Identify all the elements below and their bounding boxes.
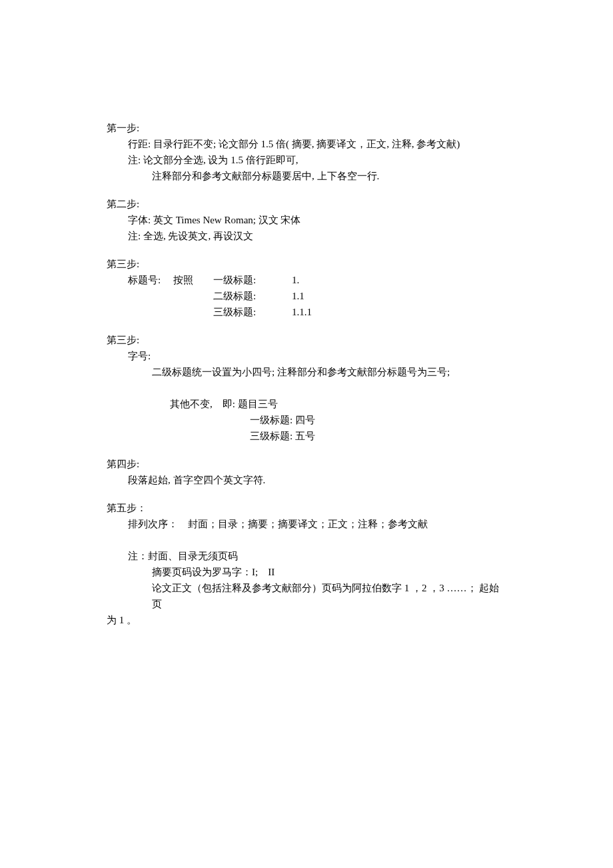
step2-heading: 第二步: (107, 196, 506, 212)
step3a-block: 第三步: 标题号: 按照 一级标题: 1. 二级标题: 1.1 三级标题: 1.… (107, 256, 506, 320)
step1-block: 第一步: 行距: 目录行距不变; 论文部分 1.5 倍( 摘要, 摘要译文，正文… (107, 120, 506, 184)
step1-line3: 注释部分和参考文献部分标题要居中, 上下各空一行. (107, 168, 506, 184)
step4-line1: 段落起始, 首字空四个英文字符. (107, 472, 506, 488)
step3a-row2a: 二级标题: (213, 288, 280, 304)
step3b-heading: 第三步: (107, 332, 506, 348)
step2-block: 第二步: 字体: 英文 Times New Roman; 汉文 宋体 注: 全选… (107, 196, 506, 244)
step1-line1: 行距: 目录行距不变; 论文部分 1.5 倍( 摘要, 摘要译文，正文, 注释,… (107, 136, 506, 152)
step3a-row2: 二级标题: 1.1 (107, 288, 506, 304)
step2-line1: 字体: 英文 Times New Roman; 汉文 宋体 (107, 212, 506, 228)
step5-line4: 论文正文（包括注释及参考文献部分）页码为阿拉伯数字 1 ，2 ，3 ……； 起始… (107, 580, 506, 612)
step3b-line2: 二级标题统一设置为小四号; 注释部分和参考文献部分标题号为三号; (107, 364, 506, 380)
step4-heading: 第四步: (107, 456, 506, 472)
step1-heading: 第一步: (107, 120, 506, 136)
step5-line3: 摘要页码设为罗马字：I; II (107, 564, 506, 580)
step2-line2: 注: 全选, 先设英文, 再设汉文 (107, 228, 506, 244)
step3a-row1a: 一级标题: (213, 272, 280, 288)
step3a-row1: 标题号: 按照 一级标题: 1. (107, 272, 506, 288)
step3b-line5: 三级标题: 五号 (107, 428, 506, 444)
step1-line2: 注: 论文部分全选, 设为 1.5 倍行距即可, (107, 152, 506, 168)
step3a-row3: 三级标题: 1.1.1 (107, 304, 506, 320)
step5-block: 第五步： 排列次序： 封面；目录；摘要；摘要译文；正文；注释；参考文献 注：封面… (107, 500, 506, 628)
step5-line2: 注：封面、目录无须页码 (107, 548, 506, 564)
step3a-row1b: 1. (280, 272, 320, 288)
step3a-row3a: 三级标题: (213, 304, 280, 320)
step3b-line1: 字号: (107, 348, 506, 364)
step3b-line4: 一级标题: 四号 (107, 412, 506, 428)
step3a-label2: 按照 (173, 272, 213, 288)
step3a-row3b: 1.1.1 (280, 304, 320, 320)
step3b-block: 第三步: 字号: 二级标题统一设置为小四号; 注释部分和参考文献部分标题号为三号… (107, 332, 506, 444)
step5-line1: 排列次序： 封面；目录；摘要；摘要译文；正文；注释；参考文献 (107, 516, 506, 532)
step3a-row2b: 1.1 (280, 288, 320, 304)
step3a-heading: 第三步: (107, 256, 506, 272)
step5-line5: 为 1 。 (107, 612, 506, 628)
step5-heading: 第五步： (107, 500, 506, 516)
step3b-line3: 其他不变, 即: 题目三号 (107, 396, 506, 412)
step3a-label1: 标题号: (107, 272, 173, 288)
step4-block: 第四步: 段落起始, 首字空四个英文字符. (107, 456, 506, 488)
